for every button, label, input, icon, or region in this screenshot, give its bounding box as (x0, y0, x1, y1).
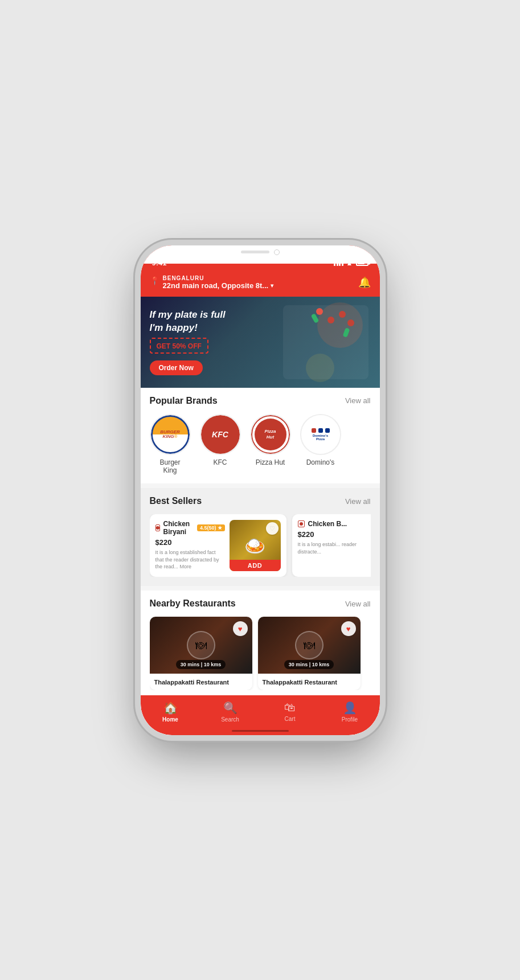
banner-text: If my plate is full I'm happy! GET 50% O… (141, 297, 235, 386)
restaurants-row: 🍽 ♥ 30 mins | 10 kms Thalappakatti Resta… (150, 617, 371, 690)
rating-badge-0: 4.5(50) ★ (197, 524, 225, 531)
profile-label: Profile (342, 716, 358, 723)
pizza-hut-label: Pizza Hut (256, 458, 285, 466)
banner-headline: If my plate is full I'm happy! (150, 309, 226, 334)
nav-item-profile[interactable]: 👤 Profile (333, 701, 367, 723)
product-info-1: Chicken B... $220 It is a long estabi...… (298, 520, 367, 571)
home-indicator (232, 730, 289, 732)
delivery-badge-0: 30 mins | 10 kms (150, 658, 252, 669)
promo-banner: If my plate is full I'm happy! GET 50% O… (141, 297, 380, 388)
search-label: Search (221, 716, 239, 723)
burger-king-label: BurgerKing (159, 458, 180, 475)
brand-item-dominos[interactable]: Domino'sPizza Domino's (300, 414, 341, 475)
product-info-0: Chicken Biryani 4.5(50) ★ $220 It is a l… (155, 520, 225, 571)
brand-item-kfc[interactable]: KFC KFC (200, 414, 241, 475)
product-name-row-0: Chicken Biryani 4.5(50) ★ (155, 520, 225, 536)
kfc-logo: KFC (200, 414, 241, 455)
dominos-logo: Domino'sPizza (300, 414, 341, 455)
best-sellers-view-all[interactable]: View all (345, 497, 371, 506)
product-card-1[interactable]: Chicken B... $220 It is a long estabi...… (292, 514, 371, 577)
best-sellers-section: Best Sellers View all Chicken Biryani (141, 488, 380, 586)
veg-icon-1 (298, 520, 305, 527)
search-icon: 🔍 (223, 701, 238, 715)
restaurant-name-1: Thalappakatti Restaurant (258, 674, 361, 690)
location-pin-icon: 📍 (150, 276, 159, 285)
restaurant-image-1: 🍽 ♥ 30 mins | 10 kms (258, 617, 361, 674)
app-header: 📍 BENGALURU 22nd main road, Opposite 8t.… (141, 270, 380, 297)
restaurant-card-0[interactable]: 🍽 ♥ 30 mins | 10 kms Thalappakatti Resta… (150, 617, 252, 690)
product-price-0: $220 (155, 538, 225, 547)
bottom-navigation: 🏠 Home 🔍 Search 🛍 Cart 👤 Profile (141, 695, 380, 735)
notch (223, 245, 297, 259)
location-text: BENGALURU 22nd main road, Opposite 8t...… (163, 275, 274, 290)
product-name-row-1: Chicken B... (298, 520, 367, 528)
chevron-down-icon: ▾ (271, 282, 273, 289)
brand-item-burger-king[interactable]: BURGERKING® BurgerKing (150, 414, 191, 475)
home-icon: 🏠 (163, 701, 178, 715)
add-to-cart-button-0[interactable]: ADD (230, 560, 281, 571)
burger-king-logo: BURGERKING® (150, 414, 191, 455)
popular-brands-section: Popular Brands View all BURGERKING® Burg… (141, 388, 380, 484)
nearby-restaurants-section: Nearby Restaurants View all 🍽 ♥ 30 mins … (141, 591, 380, 695)
popular-brands-title: Popular Brands (150, 396, 218, 406)
profile-icon: 👤 (343, 701, 357, 715)
product-name-0: Chicken Biryani (163, 520, 194, 536)
popular-brands-header: Popular Brands View all (150, 396, 371, 406)
front-camera (274, 249, 280, 255)
brands-row: BURGERKING® BurgerKing KFC KFC (150, 414, 371, 475)
scroll-content: If my plate is full I'm happy! GET 50% O… (141, 297, 380, 695)
brand-item-pizza-hut[interactable]: PizzaHut Pizza Hut (250, 414, 291, 475)
cart-icon: 🛍 (284, 701, 296, 714)
product-img-wrap-0: 🍛 ♡ ADD (230, 520, 281, 571)
nearby-restaurants-view-all[interactable]: View all (345, 600, 371, 608)
restaurant-wishlist-1[interactable]: ♥ (341, 621, 356, 636)
pizza-hut-logo: PizzaHut (250, 414, 291, 455)
restaurant-wishlist-0[interactable]: ♥ (233, 621, 248, 636)
best-sellers-title: Best Sellers (150, 496, 202, 506)
address-label: 22nd main road, Opposite 8t... ▾ (163, 281, 274, 290)
veg-icon-0 (155, 524, 160, 531)
restaurant-card-1[interactable]: 🍽 ♥ 30 mins | 10 kms Thalappakatti Resta… (258, 617, 361, 690)
restaurant-logo-1: 🍽 (295, 631, 324, 659)
home-label: Home (162, 716, 178, 723)
location-selector[interactable]: 📍 BENGALURU 22nd main road, Opposite 8t.… (150, 275, 274, 290)
nav-item-home[interactable]: 🏠 Home (153, 701, 187, 723)
banner-offer-badge: GET 50% OFF (150, 338, 208, 354)
banner-offer-text: GET 50% OFF (157, 342, 202, 350)
restaurant-logo-0: 🍽 (187, 631, 215, 659)
cart-label: Cart (285, 716, 296, 722)
restaurant-image-0: 🍽 ♥ 30 mins | 10 kms (150, 617, 252, 674)
delivery-badge-1: 30 mins | 10 kms (258, 658, 361, 669)
dominos-label: Domino's (306, 458, 335, 466)
product-desc-0: It is a long established fact that the r… (155, 549, 225, 571)
wishlist-button-0[interactable]: ♡ (266, 522, 279, 535)
product-price-1: $220 (298, 530, 367, 539)
restaurant-name-0: Thalappakatti Restaurant (150, 674, 252, 690)
notch-bar (141, 245, 380, 264)
nav-item-search[interactable]: 🔍 Search (213, 701, 247, 723)
product-row: Chicken Biryani 4.5(50) ★ $220 It is a l… (150, 514, 371, 577)
notification-bell-icon[interactable]: 🔔 (358, 276, 371, 289)
order-now-button[interactable]: Order Now (150, 360, 203, 375)
product-card-0[interactable]: Chicken Biryani 4.5(50) ★ $220 It is a l… (150, 514, 286, 577)
kfc-label: KFC (214, 458, 227, 466)
product-name-1: Chicken B... (308, 520, 347, 528)
phone-frame: 9:41 ▲ 📍 BENGALURU (141, 245, 380, 735)
speaker (241, 251, 269, 253)
nav-item-cart[interactable]: 🛍 Cart (273, 701, 307, 722)
phone-screen: 9:41 ▲ 📍 BENGALURU (141, 245, 380, 735)
nearby-restaurants-title: Nearby Restaurants (150, 598, 236, 609)
product-desc-1: It is a long estabi... reader distracte.… (298, 541, 367, 555)
city-label: BENGALURU (163, 275, 274, 281)
best-sellers-header: Best Sellers View all (150, 496, 371, 506)
nearby-restaurants-header: Nearby Restaurants View all (150, 598, 371, 609)
popular-brands-view-all[interactable]: View all (345, 396, 371, 405)
